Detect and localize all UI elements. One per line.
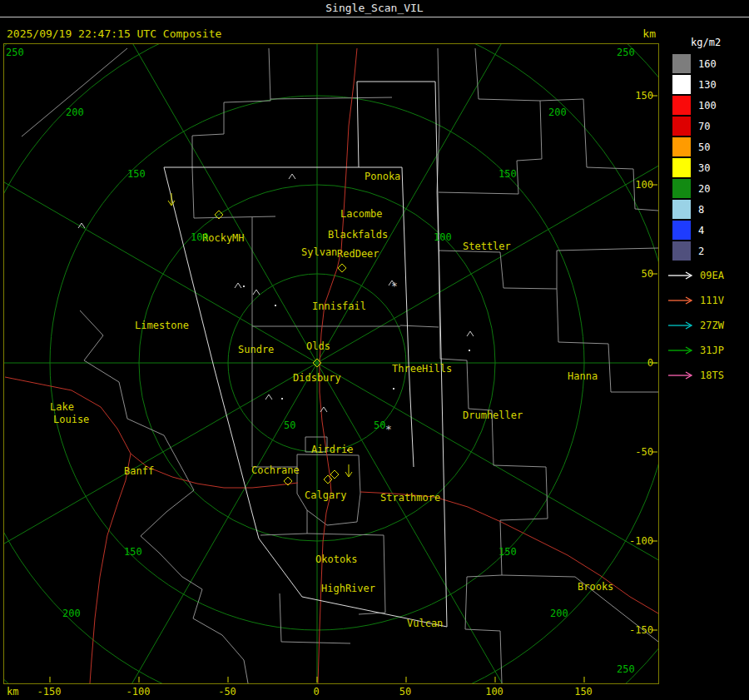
site-arrow-icon <box>667 271 696 280</box>
legend-value-label: 70 <box>698 121 710 132</box>
range-label: 200 <box>66 107 84 118</box>
legend-scale-row: 20 <box>666 178 749 199</box>
legend-units-label: kg/m2 <box>691 37 721 48</box>
radar-site-row: 27ZW <box>666 313 749 338</box>
legend-color-swatch <box>672 221 691 240</box>
scan-timestamp: 2025/09/19 22:47:15 UTC Composite <box>7 27 221 40</box>
window-title: Single_Scan_VIL <box>325 2 423 14</box>
radar-app-window: Single_Scan_VIL 2025/09/19 22:47:15 UTC … <box>0 0 749 700</box>
legend-color-swatch <box>672 137 691 156</box>
city-label: Ponoka <box>365 171 400 182</box>
city-label: Lacombe <box>340 208 383 220</box>
city-label: Vulcan <box>407 618 443 629</box>
site-arrow-icon <box>667 320 696 330</box>
city-label: Okotoks <box>315 554 358 565</box>
legend-value-label: 160 <box>698 58 717 70</box>
legend-scale-row: 2 <box>666 241 749 261</box>
legend-color-swatch <box>672 75 691 94</box>
city-label: Blackfalds <box>328 229 388 241</box>
range-label: 200 <box>548 107 567 118</box>
legend-value-label: 20 <box>698 183 710 195</box>
city-label: Lake <box>50 401 74 413</box>
site-id-label: 27ZW <box>700 320 724 331</box>
site-id-label: 31JP <box>700 345 724 356</box>
range-label: 200 <box>62 608 81 619</box>
legend-scale-row: 100 <box>666 95 749 116</box>
range-label: 50 <box>374 420 385 431</box>
legend-color-swatch <box>672 179 691 198</box>
legend-value-label: 4 <box>698 225 704 236</box>
city-label: Louise <box>53 414 89 425</box>
range-label: 100 <box>191 231 209 243</box>
legend-value-label: 130 <box>698 79 717 91</box>
legend-scale-row: 70 <box>666 116 749 137</box>
legend-color-swatch <box>672 241 691 261</box>
legend-scale-row: 160 <box>666 53 749 74</box>
legend-color-swatch <box>672 158 691 177</box>
caret-marker-icon <box>289 174 295 179</box>
range-label: 250 <box>617 663 635 675</box>
city-label: Calgary <box>305 489 347 501</box>
city-label: Didsbury <box>293 372 341 384</box>
station-markers: ** <box>78 174 474 451</box>
down-arrow-icon <box>345 464 352 477</box>
radar-map-canvas[interactable]: **PonokaLacombeBlackfaldsSylvanRedDeerSt… <box>3 43 659 684</box>
legend-scale-row: 50 <box>666 137 749 157</box>
bottom-axis-tick-label: 0 <box>313 686 319 698</box>
city-label: RedDeer <box>337 248 379 260</box>
radar-site-legend: 09EA111V27ZW31JP18TS <box>666 263 749 388</box>
radar-map-svg: **PonokaLacombeBlackfaldsSylvanRedDeerSt… <box>4 44 658 683</box>
legend-scale-row: 4 <box>666 220 749 241</box>
legend-value-label: 2 <box>698 246 704 257</box>
bottom-axis-unit-label: km <box>7 686 18 698</box>
city-label: Innisfail <box>312 300 366 312</box>
radar-site-row: 09EA <box>666 263 749 288</box>
city-labels: PonokaLacombeBlackfaldsSylvanRedDeerStet… <box>50 171 613 629</box>
city-diamond-icon <box>338 264 346 272</box>
city-label: Sylvan <box>301 246 337 258</box>
caret-marker-icon <box>253 290 260 295</box>
dot-marker-icon <box>469 350 470 351</box>
range-label: 150 <box>499 546 517 558</box>
dot-marker-icon <box>243 285 245 287</box>
city-label: Airdrie <box>311 444 354 455</box>
bottom-axis-tick-label: -50 <box>218 686 236 698</box>
city-label: Stettler <box>463 241 511 252</box>
city-label: Brooks <box>578 581 613 593</box>
caret-marker-icon <box>265 395 272 400</box>
range-label: 150 <box>127 168 146 180</box>
radar-site-row: 18TS <box>666 363 749 388</box>
scan-area-outline <box>164 82 447 627</box>
city-diamond-icon <box>324 475 332 484</box>
city-label: Drumheller <box>463 410 523 421</box>
legend-color-swatch <box>672 96 691 115</box>
legend-scale-row: 130 <box>666 74 749 95</box>
title-bar: Single_Scan_VIL <box>0 0 749 17</box>
range-label: 250 <box>6 47 24 58</box>
range-label: 200 <box>550 608 568 619</box>
bottom-axis-tick-label: 50 <box>399 686 411 698</box>
site-arrow-icon <box>667 370 696 380</box>
city-label: ThreeHills <box>392 363 452 375</box>
legend-scale-row: 30 <box>666 157 749 178</box>
bottom-axis-tick-label: -150 <box>37 686 62 698</box>
bottom-axis-tick-label: -100 <box>126 686 151 698</box>
site-id-label: 111V <box>700 295 724 306</box>
range-label: 150 <box>499 168 517 180</box>
legend-scale-row: 8 <box>666 199 749 220</box>
legend-value-label: 8 <box>698 204 704 216</box>
asterisk-marker-icon: * <box>385 423 392 435</box>
caret-marker-icon <box>467 331 474 336</box>
range-label: 100 <box>434 231 452 243</box>
city-label: Limestone <box>135 320 189 331</box>
city-label: Sundre <box>238 344 274 355</box>
legend-color-swatch <box>672 117 691 136</box>
legend-value-label: 50 <box>698 141 710 153</box>
range-label: 150 <box>124 546 142 558</box>
legend-value-label: 100 <box>698 100 717 112</box>
bottom-axis-tick-label: 150 <box>574 686 593 698</box>
city-label: Hanna <box>568 370 598 382</box>
asterisk-marker-icon: * <box>391 280 398 292</box>
city-label: Olds <box>306 340 330 352</box>
range-label: 50 <box>284 420 295 431</box>
